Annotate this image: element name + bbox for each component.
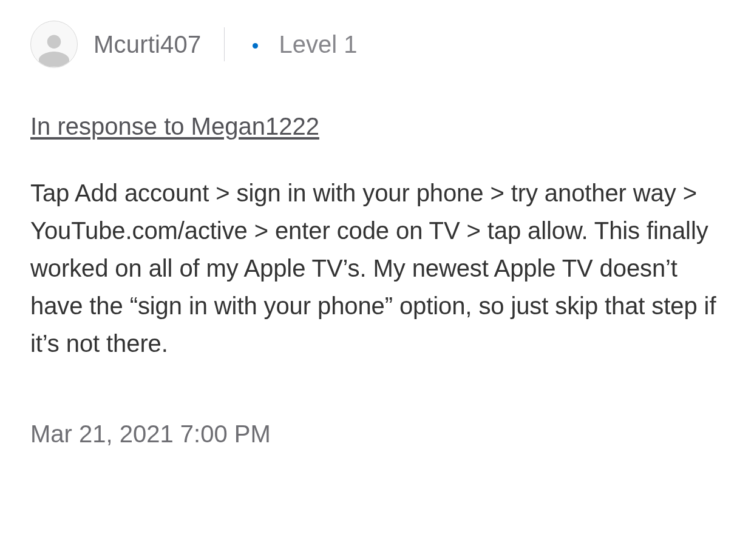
person-icon xyxy=(36,30,72,67)
avatar[interactable] xyxy=(30,21,78,68)
post-timestamp: Mar 21, 2021 7:00 PM xyxy=(30,420,724,448)
post-header: Mcurti407 Level 1 xyxy=(30,21,724,68)
author-level: Level 1 xyxy=(279,31,357,58)
forum-post: Mcurti407 Level 1 In response to Megan12… xyxy=(0,0,754,448)
author-username[interactable]: Mcurti407 xyxy=(93,31,201,58)
header-divider xyxy=(224,27,225,61)
in-response-to-link[interactable]: In response to Megan1222 xyxy=(30,113,319,140)
post-body: Tap Add account > sign in with your phon… xyxy=(30,174,724,362)
level-bullet-icon xyxy=(253,43,258,49)
